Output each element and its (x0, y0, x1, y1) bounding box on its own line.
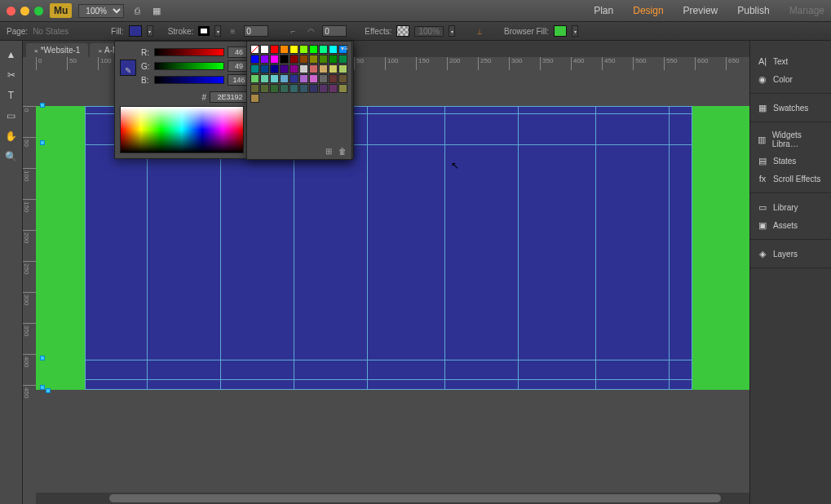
swatch[interactable] (280, 84, 289, 93)
swatch[interactable] (290, 64, 298, 73)
popup-menu-icon[interactable]: ▾≡ (341, 45, 348, 52)
hex-input[interactable] (210, 91, 250, 103)
eyedropper-icon[interactable]: ✎ (125, 66, 131, 75)
nav-publish[interactable]: Publish (737, 5, 769, 16)
swatch[interactable] (319, 84, 328, 93)
swatch[interactable] (290, 74, 298, 83)
swatch[interactable] (319, 55, 328, 64)
nav-design[interactable]: Design (633, 5, 663, 16)
swatch[interactable] (299, 64, 308, 73)
swatch[interactable] (309, 64, 318, 73)
panel-states[interactable]: ▤States (750, 152, 831, 170)
panel-layers[interactable]: ◈Layers (750, 245, 831, 263)
swatch[interactable] (250, 55, 259, 64)
hand-tool[interactable]: ✋ (2, 126, 21, 146)
swatch[interactable] (299, 74, 308, 83)
stroke-swatch[interactable] (198, 26, 210, 36)
effects-dropdown[interactable]: ▾ (449, 25, 455, 37)
stroke-dropdown[interactable]: ▾ (214, 25, 221, 37)
guide-handle[interactable] (40, 103, 45, 108)
swatch[interactable] (329, 55, 338, 64)
swatch[interactable] (329, 84, 338, 93)
effects-swatch[interactable] (396, 25, 409, 37)
swatch[interactable] (329, 45, 338, 54)
swatch[interactable] (329, 64, 338, 73)
close-icon[interactable]: × (98, 47, 102, 55)
scrollbar-thumb[interactable] (109, 494, 721, 502)
fill-dropdown[interactable]: ▾ (147, 25, 153, 37)
vertical-guide[interactable] (595, 107, 596, 389)
rectangle-tool[interactable]: ▭ (2, 106, 21, 126)
close-window-button[interactable] (7, 7, 15, 15)
horizontal-guide[interactable] (86, 360, 692, 360)
nav-plan[interactable]: Plan (594, 5, 613, 16)
nav-preview[interactable]: Preview (683, 5, 718, 16)
corner-input[interactable] (322, 25, 347, 37)
browser-fill-swatch[interactable] (554, 25, 567, 37)
close-icon[interactable]: × (34, 47, 38, 55)
swatch[interactable] (250, 84, 259, 93)
swatch[interactable] (309, 45, 318, 54)
swatch[interactable] (299, 55, 308, 64)
new-swatch-icon[interactable]: ⊞ (325, 147, 332, 156)
color-spectrum[interactable] (120, 106, 244, 153)
guide-handle[interactable] (40, 385, 45, 390)
swatch[interactable] (329, 74, 338, 83)
maximize-window-button[interactable] (34, 7, 43, 15)
guide-handle[interactable] (40, 356, 45, 360)
new-page-icon[interactable]: ⎙ (130, 4, 144, 17)
swatch[interactable] (270, 84, 279, 93)
vertical-guide[interactable] (669, 107, 670, 389)
effects-opacity[interactable]: 100% (414, 26, 444, 37)
swatch[interactable] (280, 45, 289, 54)
panel-assets[interactable]: ▣Assets (750, 216, 831, 234)
swatch[interactable] (280, 74, 289, 83)
vertical-guide[interactable] (367, 107, 368, 389)
swatch[interactable] (250, 64, 259, 73)
panel-library[interactable]: ▭Library (750, 198, 831, 216)
pin-icon[interactable]: ⟂ (473, 25, 486, 37)
panel-swatches[interactable]: ▦Swatches (750, 99, 831, 117)
browser-fill-dropdown[interactable]: ▾ (572, 25, 578, 37)
layout-icon[interactable]: ▦ (150, 4, 163, 17)
swatch[interactable] (280, 55, 289, 64)
swatch[interactable] (260, 45, 269, 54)
swatch[interactable] (260, 74, 269, 83)
b-slider[interactable] (154, 76, 224, 84)
horizontal-guide[interactable] (86, 379, 692, 380)
swatch[interactable] (290, 45, 298, 54)
vertical-guide[interactable] (444, 107, 445, 389)
panel-text[interactable]: A|Text (750, 52, 831, 70)
swatch[interactable] (290, 55, 298, 64)
delete-swatch-icon[interactable]: 🗑 (338, 147, 347, 156)
guide-handle[interactable] (40, 140, 45, 145)
swatch[interactable] (250, 74, 259, 83)
stroke-weight-input[interactable] (244, 25, 268, 37)
swatch[interactable] (338, 74, 347, 83)
swatch[interactable] (260, 64, 269, 73)
swatch[interactable] (270, 64, 279, 73)
swatch[interactable] (299, 45, 308, 54)
zoom-tool[interactable]: 🔍 (2, 147, 21, 166)
minimize-window-button[interactable] (20, 7, 29, 15)
swatch[interactable] (260, 55, 269, 64)
swatch[interactable] (299, 84, 308, 93)
swatch[interactable] (319, 64, 328, 73)
swatch[interactable] (290, 84, 298, 93)
r-slider[interactable] (154, 48, 224, 56)
swatch[interactable] (270, 55, 279, 64)
nav-manage[interactable]: Manage (789, 5, 824, 16)
page-state[interactable]: No States (33, 27, 69, 36)
selection-tool[interactable]: ▲ (2, 45, 21, 64)
zoom-select[interactable]: 100% (78, 4, 124, 18)
swatch[interactable] (309, 55, 318, 64)
swatch[interactable] (260, 84, 269, 93)
swatch[interactable] (280, 64, 289, 73)
panel-scrolleffects[interactable]: fxScroll Effects (750, 170, 831, 188)
swatch[interactable] (270, 45, 279, 54)
swatch[interactable] (309, 74, 318, 83)
swatch-none[interactable] (250, 45, 259, 54)
panel-color[interactable]: ◉Color (750, 70, 831, 88)
guide-handle[interactable] (46, 388, 51, 393)
fill-swatch[interactable] (129, 25, 142, 37)
